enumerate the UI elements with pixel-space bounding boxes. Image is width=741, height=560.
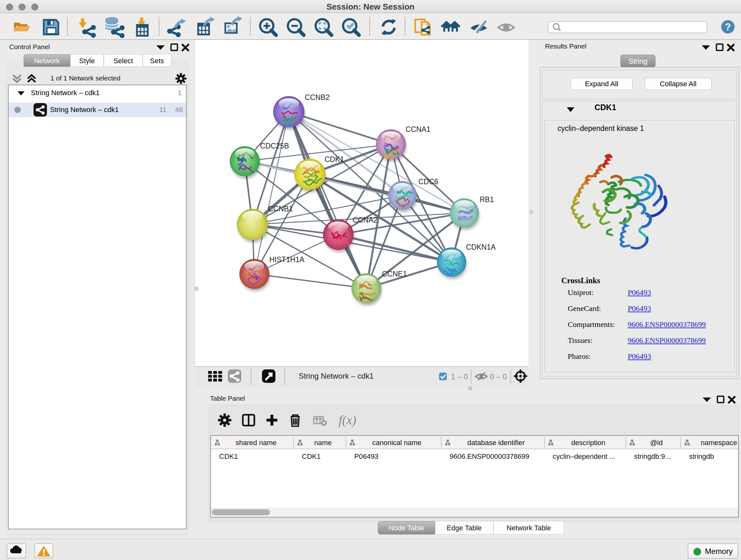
svg-text:CCNA1: CCNA1 bbox=[406, 125, 430, 133]
svg-text:CCNE1: CCNE1 bbox=[382, 270, 407, 278]
svg-text:CCNA2: CCNA2 bbox=[353, 216, 378, 224]
svg-text:shared name: shared name bbox=[235, 439, 276, 447]
svg-text:f(x): f(x) bbox=[339, 413, 356, 427]
svg-text:9606.ENSP00000378699: 9606.ENSP00000378699 bbox=[450, 452, 529, 460]
svg-text:P06493: P06493 bbox=[354, 452, 379, 460]
svg-text:CDC6: CDC6 bbox=[418, 178, 439, 186]
svg-text:database identifier: database identifier bbox=[468, 439, 525, 447]
svg-text:@id: @id bbox=[650, 439, 663, 447]
svg-text:stringdb: stringdb bbox=[689, 452, 714, 460]
svg-text:1 – 0: 1 – 0 bbox=[451, 372, 468, 381]
svg-text:HIST1H1A: HIST1H1A bbox=[269, 255, 305, 264]
svg-text:stringdb:9...: stringdb:9... bbox=[634, 452, 671, 460]
svg-text:CCNB2: CCNB2 bbox=[305, 93, 330, 102]
svg-text:0 – 0: 0 – 0 bbox=[490, 372, 507, 381]
svg-text:canonical name: canonical name bbox=[372, 439, 421, 447]
svg-text:CDKN1A: CDKN1A bbox=[466, 243, 496, 251]
svg-text:cyclin–dependent ...: cyclin–dependent ... bbox=[553, 452, 615, 460]
svg-text:namespace: namespace bbox=[701, 439, 737, 447]
svg-text:CDK1: CDK1 bbox=[325, 155, 344, 164]
svg-text:CCNB1: CCNB1 bbox=[268, 205, 293, 213]
svg-text:CDC25B: CDC25B bbox=[260, 142, 289, 150]
svg-text:?: ? bbox=[725, 21, 731, 33]
svg-text:CDK1: CDK1 bbox=[302, 452, 321, 460]
svg-text:name: name bbox=[314, 439, 332, 447]
svg-text:description: description bbox=[571, 439, 605, 447]
svg-text:RB1: RB1 bbox=[480, 195, 494, 204]
svg-text:CDK1: CDK1 bbox=[219, 452, 238, 460]
